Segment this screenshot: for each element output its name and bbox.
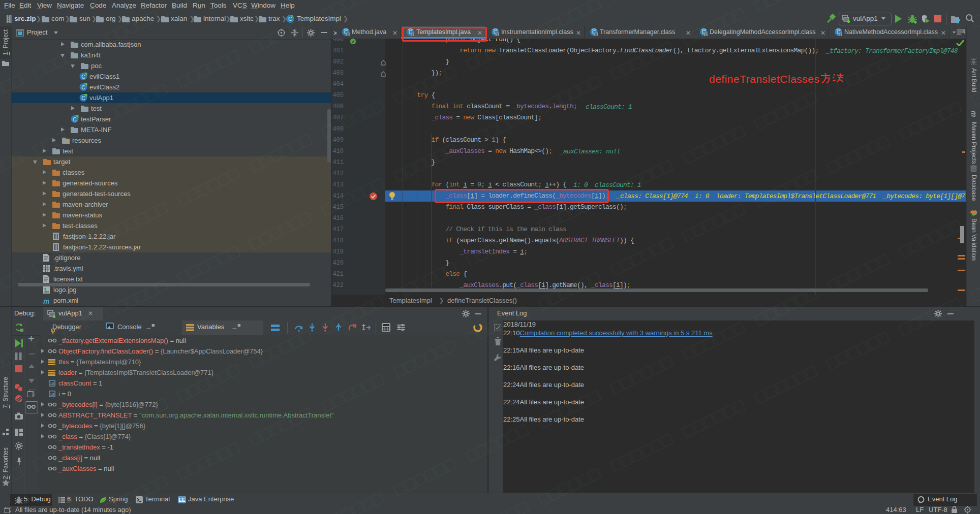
svg-text:C: C [81,74,85,80]
svg-text:C: C [288,16,292,22]
svg-text:C: C [73,116,77,122]
svg-text:C: C [81,84,85,90]
svg-text:18: 18 [50,392,54,397]
svg-text:C: C [81,95,85,101]
svg-text:EE: EE [178,497,186,503]
svg-text:18: 18 [50,381,54,386]
